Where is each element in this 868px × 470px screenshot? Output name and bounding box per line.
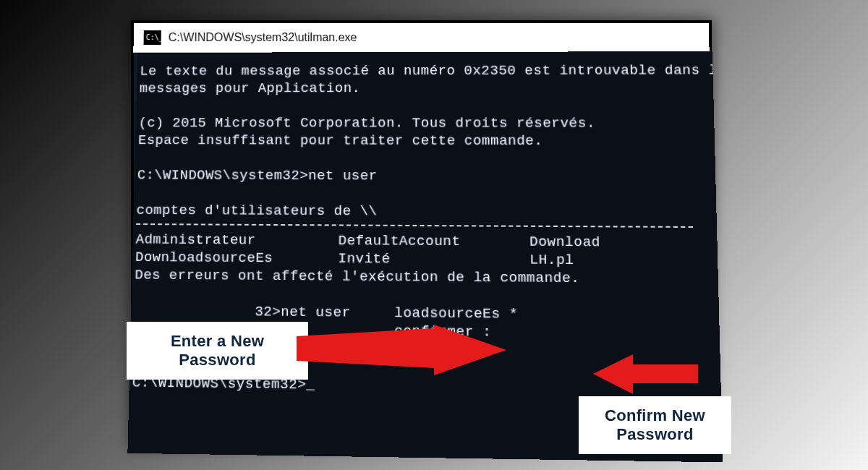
svg-marker-1 <box>593 354 698 394</box>
window-titlebar[interactable]: C:\WINDOWS\system32\utilman.exe <box>133 23 709 53</box>
svg-marker-0 <box>297 325 506 375</box>
annotation-enter-password: Enter a New Password <box>127 322 308 380</box>
console-line <box>135 285 135 302</box>
console-line: C:\WINDOWS\system32>net user <box>137 167 378 184</box>
console-line: (c) 2015 Microsoft Corporation. Tous dro… <box>138 115 595 132</box>
annotation-text: Confirm New Password <box>605 406 705 443</box>
arrow-right-icon <box>297 325 506 375</box>
user-cell: Invité <box>338 249 529 269</box>
console-line: Espace insuffisant pour traiter cette co… <box>138 132 543 149</box>
user-cell: LH.pl <box>529 252 574 268</box>
console-line: Le texte du message associé au numéro 0x… <box>140 62 723 79</box>
console-line: messages pour Application. <box>140 80 361 96</box>
console-line <box>137 150 138 166</box>
console-line: Des erreurs ont affecté l'exécution de l… <box>135 267 580 286</box>
console-line <box>139 98 140 114</box>
user-cell: Download <box>529 234 600 250</box>
page-background: C:\WINDOWS\system32\utilman.exe Le texte… <box>0 0 868 470</box>
cmd-icon <box>144 30 161 45</box>
user-cell: DownloadsourceEs <box>135 249 339 268</box>
divider <box>136 223 693 228</box>
console-line: 32>net user loadsourceEs * <box>134 302 518 322</box>
annotation-confirm-password: Confirm New Password <box>579 396 731 454</box>
console-line: comptes d'utilisateurs de \\ <box>136 202 377 220</box>
annotation-text: Enter a New Password <box>171 332 264 369</box>
user-cell: DefaultAccount <box>339 232 530 251</box>
console-line <box>137 184 137 200</box>
arrow-left-icon <box>593 354 698 394</box>
window-title: C:\WINDOWS\system32\utilman.exe <box>169 32 357 43</box>
user-cell: Administrateur <box>135 231 338 249</box>
